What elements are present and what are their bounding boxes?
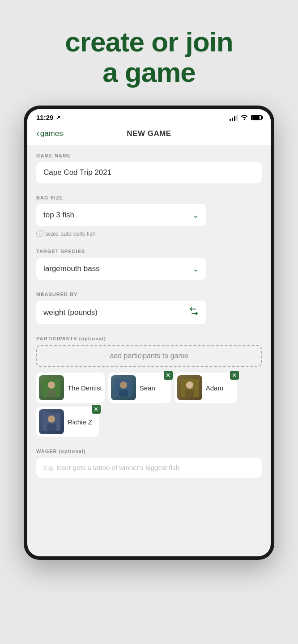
target-species-label: TARGET SPECIES [36, 249, 262, 254]
participant-name: Adam [206, 384, 223, 392]
hero-title: create or join a game [18, 27, 280, 88]
participant-card: The Dentist [36, 373, 105, 403]
bag-size-select[interactable]: top 3 fish ⌄ [36, 204, 206, 226]
svg-rect-2 [47, 390, 56, 397]
measured-by-select[interactable]: weight (pounds) [36, 301, 206, 324]
location-arrow-icon: ↗ [56, 114, 60, 121]
participants-label: PARTICIPANTS (optional) [36, 336, 262, 341]
avatar [177, 375, 202, 400]
phone-mockup: 11:29 ↗ [24, 106, 274, 560]
svg-point-4 [120, 381, 127, 389]
add-participants-button[interactable]: add participants to game [36, 345, 262, 367]
avatar [39, 375, 64, 400]
nav-bar: ‹ games NEW GAME [27, 124, 271, 145]
chevron-down-icon: ⌄ [192, 264, 199, 274]
participant-name: The Dentist [68, 384, 102, 392]
back-button[interactable]: ‹ games [36, 128, 63, 139]
participant-card: ✕ Adam [175, 373, 237, 403]
status-time: 11:29 ↗ [36, 114, 60, 121]
measured-by-section: MEASURED BY weight (pounds) [27, 284, 271, 328]
bag-size-info: i scale auto culls fish [36, 230, 262, 237]
status-icons [230, 114, 262, 121]
toggle-icon [188, 307, 199, 318]
game-name-input[interactable]: Cape Cod Trip 2021 [36, 162, 262, 183]
target-species-section: TARGET SPECIES largemouth bass ⌄ [27, 241, 271, 284]
status-bar: 11:29 ↗ [27, 109, 271, 124]
wager-section: WAGER (optional) e.g. loser gets a tatto… [27, 441, 271, 481]
avatar [111, 375, 136, 400]
svg-point-1 [48, 381, 55, 389]
remove-participant-button[interactable]: ✕ [230, 371, 239, 380]
battery-icon [251, 115, 262, 120]
info-icon: i [36, 230, 43, 237]
target-species-select[interactable]: largemouth bass ⌄ [36, 258, 206, 280]
wager-input[interactable]: e.g. loser gets a tattoo of winner's big… [36, 458, 262, 478]
nav-title: NEW GAME [127, 129, 171, 138]
remove-participant-button[interactable]: ✕ [164, 371, 173, 380]
wifi-icon [240, 114, 248, 121]
participant-name: Sean [140, 384, 155, 392]
measured-by-label: MEASURED BY [36, 292, 262, 297]
svg-point-7 [186, 381, 193, 389]
svg-point-10 [48, 415, 55, 423]
participant-card: ✕ Richie Z [36, 407, 99, 437]
participant-name: Richie Z [68, 418, 92, 426]
participants-grid: The Dentist ✕ [36, 373, 262, 437]
chevron-down-icon: ⌄ [192, 210, 199, 220]
svg-rect-11 [47, 424, 56, 431]
game-name-label: GAME NAME [36, 153, 262, 158]
game-name-section: GAME NAME Cape Cod Trip 2021 [27, 145, 271, 187]
wager-label: WAGER (optional) [36, 449, 262, 454]
phone-screen: 11:29 ↗ [27, 109, 271, 556]
content-area: GAME NAME Cape Cod Trip 2021 BAG SIZE to… [27, 145, 271, 481]
chevron-left-icon: ‹ [36, 128, 39, 139]
signal-icon [230, 114, 238, 121]
bag-size-label: BAG SIZE [36, 195, 262, 200]
bag-size-section: BAG SIZE top 3 fish ⌄ i scale auto culls… [27, 187, 271, 241]
svg-rect-8 [185, 390, 194, 397]
avatar [39, 409, 64, 434]
svg-rect-5 [119, 390, 128, 397]
participant-card: ✕ Sean [108, 373, 171, 403]
remove-participant-button[interactable]: ✕ [92, 405, 101, 414]
hero-section: create or join a game [0, 0, 298, 106]
participants-section: PARTICIPANTS (optional) add participants… [27, 328, 271, 441]
